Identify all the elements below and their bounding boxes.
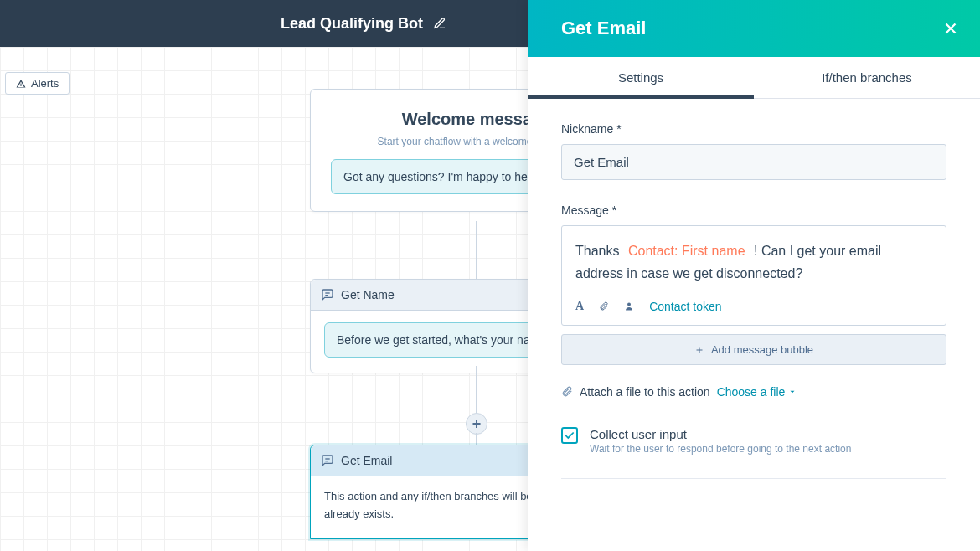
chat-icon xyxy=(321,288,334,301)
message-label: Message * xyxy=(561,203,946,217)
alerts-button[interactable]: Alerts xyxy=(5,72,70,95)
collect-input-row: Collect user input Wait for the user to … xyxy=(561,427,946,479)
collect-input-checkbox[interactable] xyxy=(561,427,578,444)
close-icon[interactable] xyxy=(941,19,960,38)
getemail-title: Get Email xyxy=(341,454,392,467)
collect-subtitle: Wait for the user to respond before goin… xyxy=(590,443,851,455)
contact-token-link[interactable]: Contact token xyxy=(649,300,721,313)
connector-line xyxy=(476,433,477,445)
attach-file-row: Attach a file to this action Choose a fi… xyxy=(561,385,946,399)
message-pre: Thanks xyxy=(575,244,619,258)
page-title: Lead Qualifying Bot xyxy=(281,15,423,33)
alerts-label: Alerts xyxy=(31,77,59,90)
chat-icon xyxy=(321,454,334,467)
connector-line xyxy=(476,221,477,279)
attach-label: Attach a file to this action xyxy=(580,385,710,399)
nickname-input[interactable] xyxy=(561,144,946,180)
paperclip-icon xyxy=(561,386,573,398)
attachment-icon[interactable] xyxy=(599,301,609,312)
tab-branches[interactable]: If/then branches xyxy=(754,57,980,98)
message-editor[interactable]: Thanks Contact: First name ! Can I get y… xyxy=(561,225,946,326)
drawer-header: Get Email xyxy=(528,0,980,57)
svg-point-6 xyxy=(627,303,631,306)
action-drawer: Get Email Settings If/then branches Nick… xyxy=(528,0,980,551)
text-format-icon[interactable]: A xyxy=(575,300,584,313)
add-bubble-label: Add message bubble xyxy=(711,343,813,356)
collect-title: Collect user input xyxy=(590,427,851,441)
edit-title-icon[interactable] xyxy=(433,17,446,30)
tab-settings[interactable]: Settings xyxy=(528,57,754,98)
connector-line xyxy=(476,366,477,413)
add-message-bubble-button[interactable]: Add message bubble xyxy=(561,334,946,365)
getname-title: Get Name xyxy=(341,288,395,301)
drawer-tabs: Settings If/then branches xyxy=(528,57,980,99)
caret-down-icon xyxy=(788,388,797,396)
message-toolbar: A Contact token xyxy=(562,291,946,325)
drawer-title: Get Email xyxy=(561,18,646,39)
person-icon[interactable] xyxy=(624,301,634,312)
nickname-label: Nickname * xyxy=(561,122,946,136)
choose-file-link[interactable]: Choose a file xyxy=(717,385,797,399)
add-action-button[interactable]: + xyxy=(466,413,487,435)
message-token[interactable]: Contact: First name xyxy=(623,244,750,258)
message-content[interactable]: Thanks Contact: First name ! Can I get y… xyxy=(562,226,946,291)
drawer-body: Nickname * Message * Thanks Contact: Fir… xyxy=(528,99,980,479)
